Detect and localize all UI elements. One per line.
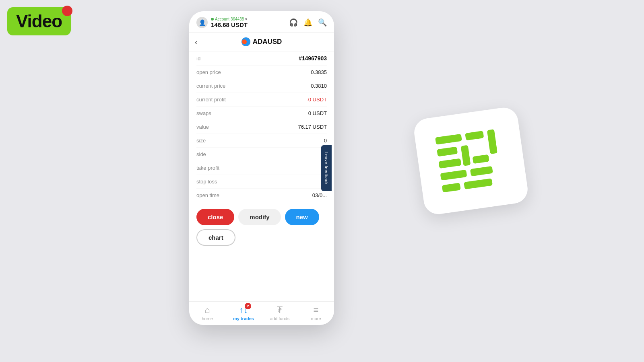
notification-icon[interactable]: 🔔 [303,18,312,27]
field-value-current-profit: -0 USDT [306,97,327,103]
more-icon: ≡ [314,305,319,315]
new-button[interactable]: new [285,209,319,225]
svg-point-1 [242,39,247,44]
svg-rect-8 [473,154,489,164]
symbol-icon [242,37,250,46]
field-label-take-profit: take profit [196,165,219,171]
table-row: open price 0.3835 [196,66,327,79]
field-label-current-profit: current profit [196,97,226,103]
trade-header: ‹ ADAUSD [189,33,334,51]
svg-rect-5 [437,147,458,157]
nav-item-home[interactable]: ⌂ home [189,305,225,321]
modify-button[interactable]: modify [238,209,281,225]
trade-details: id #14967903 open price 0.3835 current p… [189,51,334,202]
field-label-side: side [196,151,206,157]
trades-badge: 2 [245,303,251,309]
field-label-stop-loss: stop loss [196,179,217,185]
svg-rect-3 [465,131,484,140]
nav-label-home: home [202,316,213,321]
field-value-value: 76.17 USDT [298,124,327,130]
field-label-id: id [196,56,200,62]
action-buttons: close modify new chart [189,202,334,249]
feedback-tab[interactable]: Leave feedback [321,145,332,191]
table-row: open time 03/0... [196,189,327,202]
nav-label-add-funds: add funds [270,316,289,321]
recording-dot [62,6,72,16]
svg-rect-2 [435,134,462,145]
table-row: size 0 [196,134,327,148]
video-badge: Video [7,7,71,35]
account-label: Account 364438 ▾ [211,17,248,21]
symbol-label: ADAUSD [253,38,282,46]
nav-item-more[interactable]: ≡ more [298,305,334,321]
app-header: 👤 Account 364438 ▾ 146.68 USDT 🎧 🔔 🔍 [189,11,334,33]
nav-label-trades: my trades [233,316,254,321]
svg-rect-12 [464,178,493,189]
svg-rect-11 [442,183,461,192]
header-left: 👤 Account 364438 ▾ 146.68 USDT [196,17,248,28]
table-row: take profit [196,161,327,175]
brand-logo [431,124,512,197]
table-row: swaps 0 USDT [196,107,327,120]
field-label-size: size [196,138,206,144]
headset-icon[interactable]: 🎧 [289,18,298,27]
online-dot [211,18,214,21]
add-funds-icon: ₮ [277,305,283,315]
trades-icon: ↑↓ 2 [239,305,248,315]
account-balance: 146.68 USDT [211,21,248,28]
svg-rect-7 [438,158,461,169]
logo-card [413,106,530,216]
video-badge-text: Video [16,11,62,31]
svg-rect-4 [487,129,497,154]
account-number: Account 364438 [215,17,244,21]
nav-label-more: more [311,316,321,321]
svg-rect-6 [461,145,471,166]
table-row: value 76.17 USDT [196,120,327,134]
field-label-value: value [196,124,209,130]
table-row: stop loss [196,175,327,189]
field-value-swaps: 0 USDT [308,110,327,116]
phone-frame: 👤 Account 364438 ▾ 146.68 USDT 🎧 🔔 🔍 ‹ [189,11,334,325]
svg-rect-9 [440,170,467,181]
back-button[interactable]: ‹ [195,37,198,47]
field-value-id: #14967903 [299,55,327,62]
home-icon: ⌂ [204,305,210,315]
field-value-size: 0 [324,138,327,144]
phone-content: ‹ ADAUSD id #14967903 open price 0.3835 [189,33,334,301]
header-right: 🎧 🔔 🔍 [289,18,327,27]
field-label-open-price: open price [196,69,221,75]
chart-button[interactable]: chart [196,229,235,246]
bottom-navigation: ⌂ home ↑↓ 2 my trades ₮ add funds ≡ more [189,301,334,325]
trade-title: ADAUSD [242,37,282,46]
account-info: Account 364438 ▾ 146.68 USDT [211,17,248,28]
close-button[interactable]: close [196,209,234,225]
field-value-open-price: 0.3835 [311,69,327,75]
table-row: side [196,148,327,161]
field-label-swaps: swaps [196,110,211,116]
svg-rect-10 [470,166,493,176]
user-avatar[interactable]: 👤 [196,17,208,28]
nav-item-my-trades[interactable]: ↑↓ 2 my trades [225,305,262,321]
field-label-current-price: current price [196,83,225,89]
table-row: id #14967903 [196,51,327,66]
table-row: current price 0.3810 [196,79,327,93]
field-label-open-time: open time [196,192,219,198]
field-value-open-time: 03/0... [312,192,327,198]
table-row: current profit -0 USDT [196,93,327,107]
chevron-icon[interactable]: ▾ [245,17,247,21]
nav-item-add-funds[interactable]: ₮ add funds [262,305,298,321]
search-icon[interactable]: 🔍 [318,18,327,27]
field-value-current-price: 0.3810 [311,83,327,89]
